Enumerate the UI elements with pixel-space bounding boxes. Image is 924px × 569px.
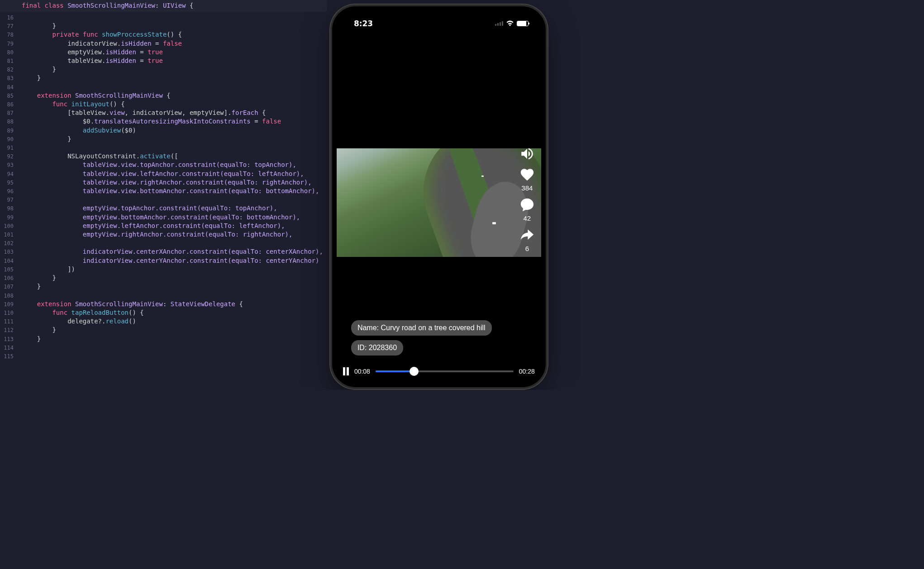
video-feed[interactable]: 384 42 6 Name: Curvy road on a tree cove… xyxy=(337,31,541,383)
heart-icon xyxy=(519,167,535,182)
like-count: 384 xyxy=(521,184,533,192)
duration-time: 00:28 xyxy=(519,368,535,375)
breadcrumb-class-decl: final class SmoothScrollingMainView: UIV… xyxy=(0,0,327,11)
status-time: 8:23 xyxy=(354,19,373,28)
player-controls: 00:08 00:28 xyxy=(343,367,535,375)
scrubber-progress xyxy=(376,370,414,372)
scrubber[interactable] xyxy=(376,370,514,372)
line-gutter: 16 77 78 79 80 81 82 83 84 85 86 87 88 8… xyxy=(0,12,16,361)
speaker-icon xyxy=(519,146,535,161)
share-count: 6 xyxy=(525,245,529,252)
comment-count: 42 xyxy=(524,214,531,222)
code-content[interactable]: } private func showProccessState() { ind… xyxy=(0,11,327,354)
current-time: 00:08 xyxy=(354,368,370,375)
wifi-icon xyxy=(506,19,514,28)
battery-icon xyxy=(517,21,529,26)
pause-icon xyxy=(343,367,345,375)
comment-button[interactable]: 42 xyxy=(519,197,535,222)
ios-simulator[interactable]: 8:23 xyxy=(330,5,548,389)
like-button[interactable]: 384 xyxy=(519,167,535,192)
pause-button[interactable] xyxy=(343,367,349,375)
mute-button[interactable] xyxy=(519,146,535,161)
device-notch xyxy=(407,6,471,19)
video-id-label: ID: 2028360 xyxy=(351,340,403,356)
share-icon xyxy=(519,228,535,243)
video-name-label: Name: Curvy road on a tree covered hill xyxy=(351,320,492,336)
comment-icon xyxy=(519,197,535,213)
scrubber-thumb[interactable] xyxy=(410,367,419,376)
video-thumbnail[interactable] xyxy=(337,148,541,257)
share-button[interactable]: 6 xyxy=(519,228,535,252)
cellular-icon xyxy=(495,21,503,26)
code-editor[interactable]: final class SmoothScrollingMainView: UIV… xyxy=(0,0,327,390)
